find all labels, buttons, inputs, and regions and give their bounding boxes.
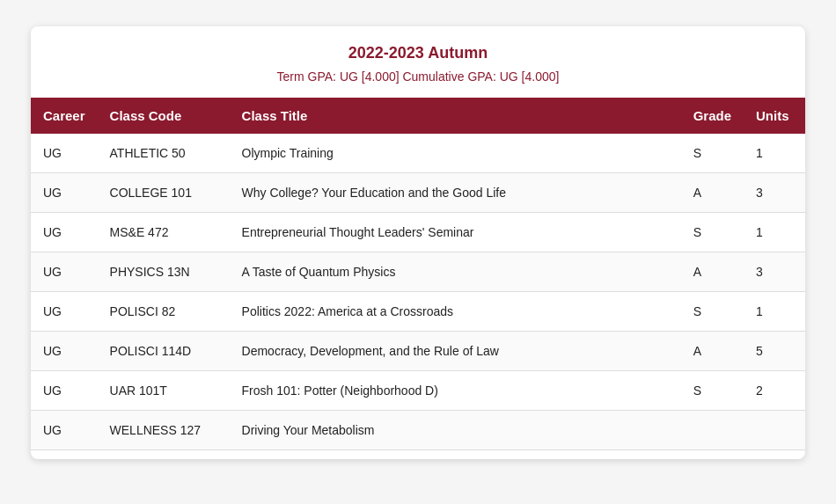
transcript-card: 2022-2023 Autumn Term GPA: UG [4.000] Cu… [31,26,805,459]
cell-code-1: COLLEGE 101 [98,173,230,213]
cell-title-5: Democracy, Development, and the Rule of … [230,332,681,371]
cell-grade-7 [681,411,744,450]
cell-code-5: POLISCI 114D [98,332,230,371]
table-header-row: Career Class Code Class Title Grade Unit… [31,98,805,134]
table-row: UGATHLETIC 50Olympic TrainingS1 [31,134,805,173]
cell-code-2: MS&E 472 [98,213,230,252]
cell-code-0: ATHLETIC 50 [98,134,230,173]
cell-grade-4: S [681,292,744,332]
cell-career-0: UG [31,134,98,173]
cell-grade-5: A [681,332,744,371]
cell-career-3: UG [31,252,98,292]
cell-title-2: Entrepreneurial Thought Leaders' Seminar [230,213,681,252]
table-row: UGCOLLEGE 101Why College? Your Education… [31,173,805,213]
cell-units-4: 1 [744,292,805,332]
cell-title-7: Driving Your Metabolism [230,411,681,450]
cell-units-2: 1 [744,213,805,252]
cell-grade-2: S [681,213,744,252]
cell-code-6: UAR 101T [98,371,230,411]
header-grade: Grade [681,98,744,134]
cell-code-7: WELLNESS 127 [98,411,230,450]
cell-title-0: Olympic Training [230,134,681,173]
cell-career-5: UG [31,332,98,371]
table-row: UGMS&E 472Entrepreneurial Thought Leader… [31,213,805,252]
header-career: Career [31,98,98,134]
header-units: Units [744,98,805,134]
cell-units-6: 2 [744,371,805,411]
term-title: 2022-2023 Autumn [31,44,805,62]
courses-table: Career Class Code Class Title Grade Unit… [31,98,805,450]
cell-units-7 [744,411,805,450]
cell-units-3: 3 [744,252,805,292]
cell-code-4: POLISCI 82 [98,292,230,332]
cell-grade-0: S [681,134,744,173]
cell-grade-3: A [681,252,744,292]
cell-units-0: 1 [744,134,805,173]
cell-career-6: UG [31,371,98,411]
gpa-line: Term GPA: UG [4.000] Cumulative GPA: UG … [31,69,805,84]
cell-career-4: UG [31,292,98,332]
cell-units-5: 5 [744,332,805,371]
cell-title-3: A Taste of Quantum Physics [230,252,681,292]
cell-grade-6: S [681,371,744,411]
cell-title-4: Politics 2022: America at a Crossroads [230,292,681,332]
cell-grade-1: A [681,173,744,213]
cell-units-1: 3 [744,173,805,213]
cell-career-2: UG [31,213,98,252]
header-code: Class Code [98,98,230,134]
cell-career-1: UG [31,173,98,213]
table-row: UGPHYSICS 13NA Taste of Quantum PhysicsA… [31,252,805,292]
table-row: UGPOLISCI 82Politics 2022: America at a … [31,292,805,332]
header-title: Class Title [230,98,681,134]
cell-title-6: Frosh 101: Potter (Neighborhood D) [230,371,681,411]
cell-title-1: Why College? Your Education and the Good… [230,173,681,213]
table-row: UGWELLNESS 127Driving Your Metabolism [31,411,805,450]
cell-code-3: PHYSICS 13N [98,252,230,292]
cell-career-7: UG [31,411,98,450]
table-row: UGPOLISCI 114DDemocracy, Development, an… [31,332,805,371]
table-row: UGUAR 101TFrosh 101: Potter (Neighborhoo… [31,371,805,411]
